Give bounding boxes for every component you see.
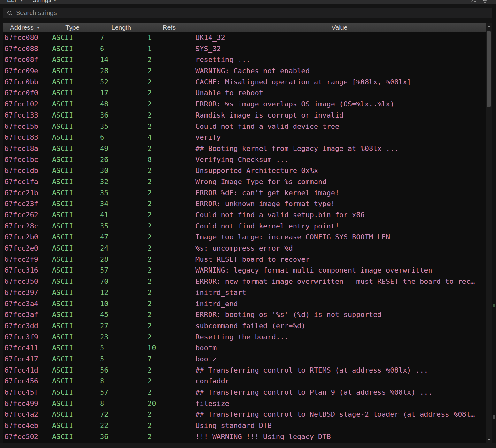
cell-value: ERROR: booting os '%s' (%d) is not suppo…: [193, 309, 486, 321]
cell-value: subcommand failed (err=%d): [193, 321, 486, 332]
string-row[interactable]: 67fcc316 ASCII 57 2 WARNING: legacy form…: [3, 265, 486, 276]
adjacent-panel-sliver: [492, 4, 496, 448]
string-row[interactable]: 67fcc3a4 ASCII 10 2 initrd_end: [3, 298, 486, 310]
strings-table-body: 67fcc080 ASCII 7 1 UK14_32 67fcc088 ASCI…: [3, 32, 486, 443]
string-row[interactable]: 67fcc09e ASCII 28 2 WARNING: Caches not …: [3, 66, 486, 77]
cell-refs: 2: [145, 99, 193, 110]
strings-view-dropdown[interactable]: Strings ▾: [32, 0, 56, 4]
vertical-scrollbar[interactable]: [486, 23, 492, 443]
string-row[interactable]: 67fcc2e0 ASCII 24 2 %s: uncompress error…: [3, 243, 486, 254]
string-row[interactable]: 67fcc3f9 ASCII 23 2 Resetting the board.…: [3, 332, 486, 343]
string-row[interactable]: 67fcc15b ASCII 35 2 Could not find a val…: [3, 121, 486, 132]
string-row[interactable]: 67fcc0f0 ASCII 17 2 Unable to reboot: [3, 88, 486, 99]
cell-value: ERROR: new format image overwritten - mu…: [193, 276, 486, 287]
column-header-refs[interactable]: Refs: [145, 23, 193, 32]
string-row[interactable]: 67fcc41d ASCII 56 2 ## Transferring cont…: [3, 365, 486, 376]
cell-length: 27: [97, 321, 145, 332]
cell-type: ASCII: [48, 121, 97, 132]
cell-refs: 4: [145, 132, 193, 143]
scroll-up-button[interactable]: [486, 23, 492, 29]
cell-refs: 7: [145, 354, 193, 365]
string-row[interactable]: 67fcc183 ASCII 6 4 verify: [3, 132, 486, 143]
cell-value: ## Booting kernel from Legacy Image at %…: [193, 143, 486, 154]
cell-value: Could not find a valid setup.bin for x86: [193, 210, 486, 221]
file-type-dropdown[interactable]: ELF ▾: [7, 0, 23, 4]
string-row[interactable]: 67fcc21b ASCII 35 2 ERROR %dE: can't get…: [3, 188, 486, 199]
cell-value: ## Transferring control to Plan 9 (at ad…: [193, 387, 486, 398]
cell-refs: 2: [145, 431, 193, 443]
cell-value: initrd_start: [193, 287, 486, 298]
string-row[interactable]: 67fcc499 ASCII 8 20 filesize: [3, 398, 486, 409]
link-icon[interactable]: [470, 0, 476, 3]
string-row[interactable]: 67fcc45f ASCII 57 2 ## Transferring cont…: [3, 387, 486, 398]
column-header-address[interactable]: Address ▼: [3, 23, 48, 32]
scrollbar-thumb[interactable]: [487, 31, 491, 107]
string-row[interactable]: 67fcc502 ASCII 36 2 !!! WARNING !!! Usin…: [3, 431, 486, 443]
column-header-type[interactable]: Type: [48, 23, 97, 32]
string-row[interactable]: 67fcc0bb ASCII 52 2 CACHE: Misaligned op…: [3, 77, 486, 88]
string-row[interactable]: 67fcc102 ASCII 48 2 ERROR: %s image over…: [3, 99, 486, 110]
cell-value: ERROR: %s image overlaps OS image (OS=%l…: [193, 99, 486, 110]
cell-address: 67fcc08f: [3, 54, 48, 66]
cell-length: 12: [97, 287, 145, 298]
string-row[interactable]: 67fcc397 ASCII 12 2 initrd_start: [3, 287, 486, 298]
string-row[interactable]: 67fcc3dd ASCII 27 2 subcommand failed (e…: [3, 321, 486, 332]
cell-address: 67fcc102: [3, 99, 48, 110]
cell-type: ASCII: [48, 276, 97, 287]
column-header-value[interactable]: Value: [193, 23, 486, 32]
pin-icon[interactable]: [482, 0, 488, 3]
string-row[interactable]: 67fcc411 ASCII 5 10 bootm: [3, 343, 486, 354]
cell-refs: 2: [145, 298, 193, 310]
cell-refs: 2: [145, 409, 193, 420]
cell-type: ASCII: [48, 431, 97, 443]
column-header-length[interactable]: Length: [97, 23, 145, 32]
cell-length: 6: [97, 132, 145, 143]
string-row[interactable]: 67fcc350 ASCII 70 2 ERROR: new format im…: [3, 276, 486, 287]
cell-refs: 2: [145, 77, 193, 88]
cell-type: ASCII: [48, 66, 97, 77]
string-row[interactable]: 67fcc088 ASCII 6 1 SYS_32: [3, 43, 486, 55]
string-row[interactable]: 67fcc3af ASCII 45 2 ERROR: booting os '%…: [3, 309, 486, 321]
cell-value: verify: [193, 132, 486, 143]
string-row[interactable]: 67fcc1fa ASCII 32 2 Wrong Image Type for…: [3, 176, 486, 188]
cell-length: 17: [97, 88, 145, 99]
cell-address: 67fcc133: [3, 110, 48, 121]
string-row[interactable]: 67fcc4a2 ASCII 72 2 ## Transferring cont…: [3, 409, 486, 420]
column-header-value-label: Value: [332, 24, 347, 31]
string-row[interactable]: 67fcc08f ASCII 14 2 resetting ...: [3, 54, 486, 66]
cell-type: ASCII: [48, 165, 97, 176]
cell-address: 67fcc316: [3, 265, 48, 276]
string-row[interactable]: 67fcc133 ASCII 36 2 Ramdisk image is cor…: [3, 110, 486, 121]
cell-length: 52: [97, 77, 145, 88]
strings-table: Address ▼ Type Length Refs Value 67fcc08…: [3, 23, 486, 443]
cell-length: 57: [97, 387, 145, 398]
cell-length: 72: [97, 409, 145, 420]
cell-address: 67fcc502: [3, 431, 48, 443]
cell-refs: 2: [145, 110, 193, 121]
cell-refs: 10: [145, 343, 193, 354]
string-row[interactable]: 67fcc262 ASCII 41 2 Could not find a val…: [3, 210, 486, 221]
scroll-down-button[interactable]: [486, 436, 492, 443]
search-input[interactable]: [16, 8, 492, 18]
cell-refs: 2: [145, 243, 193, 254]
string-row[interactable]: 67fcc28c ASCII 35 2 Could not find kerne…: [3, 221, 486, 232]
string-row[interactable]: 67fcc1bc ASCII 26 8 Verifying Checksum .…: [3, 154, 486, 166]
string-row[interactable]: 67fcc4eb ASCII 22 2 Using standard DTB: [3, 420, 486, 431]
string-row[interactable]: 67fcc456 ASCII 8 2 confaddr: [3, 376, 486, 387]
cell-length: 36: [97, 431, 145, 443]
string-row[interactable]: 67fcc23f ASCII 34 2 ERROR: unknown image…: [3, 198, 486, 210]
cell-address: 67fcc1fa: [3, 176, 48, 188]
cell-type: ASCII: [48, 176, 97, 188]
string-row[interactable]: 67fcc080 ASCII 7 1 UK14_32: [3, 32, 486, 43]
cell-length: 45: [97, 309, 145, 321]
cell-length: 6: [97, 43, 145, 55]
string-row[interactable]: 67fcc1db ASCII 30 2 Unsupported Architec…: [3, 165, 486, 176]
cell-address: 67fcc15b: [3, 121, 48, 132]
cell-type: ASCII: [48, 54, 97, 66]
string-row[interactable]: 67fcc417 ASCII 5 7 bootz: [3, 354, 486, 365]
cell-address: 67fcc080: [3, 32, 48, 43]
string-row[interactable]: 67fcc2b0 ASCII 47 2 Image too large: inc…: [3, 232, 486, 243]
cell-refs: 2: [145, 176, 193, 188]
string-row[interactable]: 67fcc18a ASCII 49 2 ## Booting kernel fr…: [3, 143, 486, 154]
string-row[interactable]: 67fcc2f9 ASCII 28 2 Must RESET board to …: [3, 254, 486, 265]
